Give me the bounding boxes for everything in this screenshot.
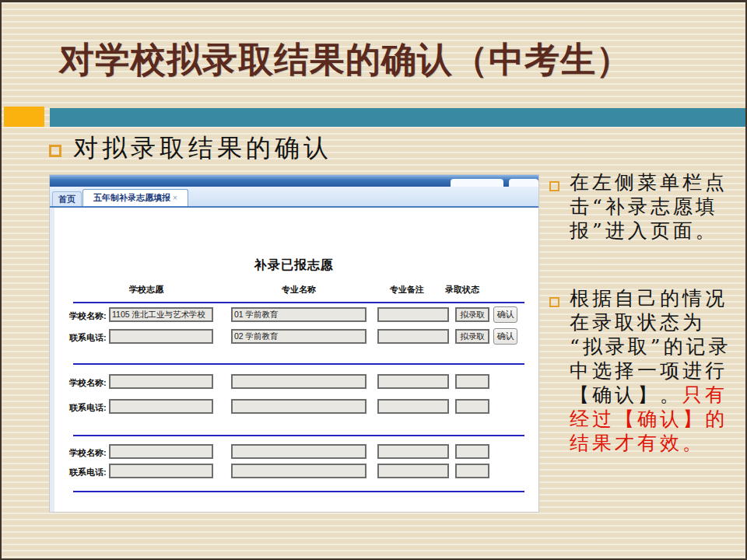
- major-name-input[interactable]: [231, 399, 366, 414]
- form-divider-line: [73, 435, 524, 436]
- embedded-browser-screenshot: 首页 五年制补录志愿填报 × 补录已报志愿 学校志愿 专业名称 专业备注 录取状…: [50, 175, 538, 512]
- bullet-square-icon: [49, 145, 61, 157]
- major-name-input[interactable]: [231, 464, 366, 478]
- background-tab-shape: [451, 179, 503, 187]
- note-step-2: 根据自己的情况在录取状态为“拟录取”的记录中选择一项进行【确认】。只有经过【确认…: [570, 286, 736, 455]
- browser-title-bar: [50, 175, 538, 187]
- major-remark-input[interactable]: [377, 464, 449, 478]
- table-row: 联系电话:: [50, 399, 538, 415]
- contact-phone-label: 联系电话:: [69, 332, 107, 344]
- tab-strip: 首页 五年制补录志愿填报 ×: [50, 187, 538, 208]
- major-remark-input[interactable]: [377, 329, 449, 344]
- tab-label: 五年制补录志愿填报: [93, 192, 170, 204]
- admission-status-input[interactable]: [455, 329, 489, 344]
- contact-phone-input[interactable]: [109, 329, 213, 344]
- school-name-label: 学校名称:: [69, 447, 107, 459]
- section-heading: 对拟录取结果的确认: [73, 131, 332, 166]
- school-name-input[interactable]: [109, 444, 213, 459]
- form-divider-line: [73, 491, 524, 492]
- form-title: 补录已报志愿: [254, 257, 334, 274]
- table-row: 联系电话: 确认: [50, 329, 538, 345]
- admission-status-input[interactable]: [455, 464, 489, 478]
- form-divider-line: [73, 363, 524, 365]
- school-name-label: 学校名称:: [69, 377, 107, 389]
- contact-phone-input[interactable]: [109, 399, 213, 414]
- admission-status-input[interactable]: [455, 399, 489, 414]
- admission-status-input[interactable]: [455, 444, 489, 459]
- table-row: 学校名称:: [50, 374, 538, 390]
- column-header-school-choice: 学校志愿: [129, 284, 163, 296]
- note-1-black-text: 在左侧菜单栏点击“补录志愿填报”进入页面。: [570, 171, 728, 242]
- school-name-label: 学校名称:: [69, 310, 107, 322]
- school-name-input[interactable]: [109, 374, 213, 389]
- page-body: 补录已报志愿 学校志愿 专业名称 专业备注 录取状态 学校名称: 确认 联系电话…: [50, 208, 538, 512]
- major-remark-input[interactable]: [377, 307, 449, 322]
- accent-orange-block: [4, 107, 44, 127]
- form-divider-line: [73, 302, 524, 303]
- close-tab-icon[interactable]: ×: [173, 194, 177, 202]
- contact-phone-label: 联系电话:: [69, 467, 107, 478]
- school-name-input[interactable]: [109, 307, 213, 322]
- table-row: 联系电话:: [50, 464, 538, 479]
- bullet-square-icon: [549, 297, 559, 307]
- major-remark-input[interactable]: [377, 399, 449, 414]
- column-header-admission-status: 录取状态: [445, 284, 479, 296]
- column-header-major-remark: 专业备注: [390, 284, 424, 296]
- tab-supplementary-application[interactable]: 五年制补录志愿填报 ×: [82, 189, 188, 206]
- slide-title: 对学校拟录取结果的确认（中考生）: [59, 37, 728, 83]
- table-row: 学校名称: 确认: [50, 307, 538, 323]
- table-row: 学校名称:: [50, 444, 538, 460]
- major-name-input[interactable]: [231, 307, 366, 322]
- contact-phone-input[interactable]: [109, 464, 213, 478]
- major-name-input[interactable]: [231, 374, 366, 389]
- admission-status-input[interactable]: [455, 307, 489, 322]
- bullet-square-icon: [549, 181, 559, 191]
- tab-home[interactable]: 首页: [52, 191, 82, 206]
- background-tab-shape: [509, 179, 538, 187]
- major-name-input[interactable]: [231, 329, 366, 344]
- confirm-button[interactable]: 确认: [493, 328, 517, 345]
- contact-phone-label: 联系电话:: [69, 402, 107, 414]
- note-step-1: 在左侧菜单栏点击“补录志愿填报”进入页面。: [570, 170, 736, 243]
- major-name-input[interactable]: [231, 444, 366, 459]
- admission-status-input[interactable]: [455, 374, 489, 389]
- tab-home-label: 首页: [58, 194, 75, 205]
- accent-teal-bar: [50, 108, 745, 127]
- major-remark-input[interactable]: [377, 374, 449, 389]
- column-header-major-name: 专业名称: [282, 284, 316, 296]
- slide-canvas: 对学校拟录取结果的确认（中考生） 对拟录取结果的确认 首页 五年制补录志愿填报 …: [0, 0, 747, 560]
- major-remark-input[interactable]: [377, 444, 449, 459]
- confirm-button[interactable]: 确认: [493, 306, 517, 323]
